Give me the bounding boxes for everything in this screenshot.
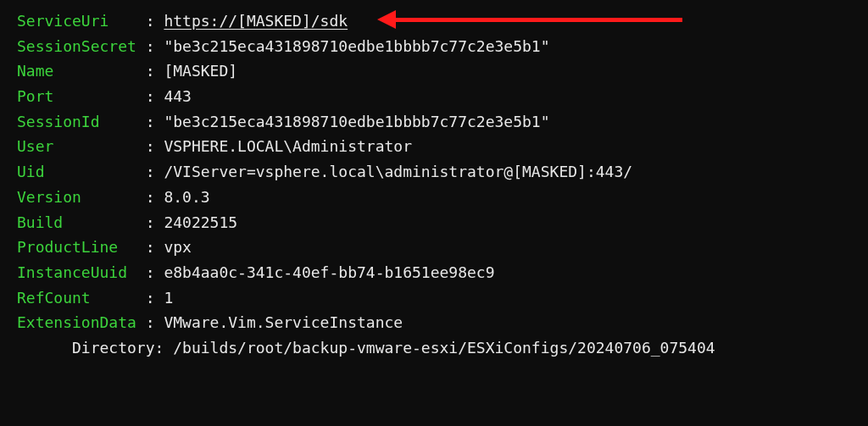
property-key: InstanceUuid: [17, 260, 146, 285]
property-separator: :: [146, 310, 164, 335]
property-value: vpx: [164, 235, 192, 260]
property-value: VSPHERE.LOCAL\Administrator: [164, 134, 412, 159]
property-separator: :: [146, 84, 164, 109]
property-row: User : VSPHERE.LOCAL\Administrator: [17, 134, 851, 159]
property-separator: :: [146, 260, 164, 285]
property-value: 8.0.3: [164, 185, 209, 210]
property-row: Port : 443: [17, 84, 851, 109]
property-separator: :: [146, 58, 164, 84]
directory-line: Directory: /builds/root/backup-vmware-es…: [17, 335, 851, 361]
property-row: Build : 24022515: [17, 210, 851, 235]
directory-label: Directory:: [72, 339, 164, 357]
property-row: ServiceUri : https://[MASKED]/sdk: [17, 8, 851, 34]
property-row: Version : 8.0.3: [17, 185, 851, 210]
property-row: RefCount : 1: [17, 285, 851, 311]
property-key: Uid: [17, 159, 146, 185]
property-key: ProductLine: [17, 235, 146, 260]
property-key: SessionSecret: [17, 34, 146, 59]
property-key: RefCount: [17, 285, 146, 311]
property-key: ServiceUri: [17, 8, 146, 34]
property-value: /VIServer=vsphere.local\administrator@[M…: [164, 159, 632, 185]
property-key: Build: [17, 210, 146, 235]
property-separator: :: [146, 134, 164, 159]
property-row: InstanceUuid : e8b4aa0c-341c-40ef-bb74-b…: [17, 260, 851, 285]
property-value: 1: [164, 285, 173, 311]
property-key: Version: [17, 185, 146, 210]
property-value: "be3c215eca431898710edbe1bbbb7c77c2e3e5b…: [164, 34, 549, 59]
property-separator: :: [146, 285, 164, 311]
property-value: 443: [164, 84, 192, 109]
property-row: ExtensionData : VMware.Vim.ServiceInstan…: [17, 310, 851, 335]
property-key: User: [17, 134, 146, 159]
property-row: SessionSecret : "be3c215eca431898710edbe…: [17, 34, 851, 59]
property-separator: :: [146, 8, 164, 34]
property-row: ProductLine : vpx: [17, 235, 851, 260]
property-separator: :: [146, 109, 164, 135]
terminal-output: ServiceUri : https://[MASKED]/sdkSession…: [17, 8, 851, 361]
property-key: ExtensionData: [17, 310, 146, 335]
directory-path: /builds/root/backup-vmware-esxi/ESXiConf…: [164, 339, 715, 357]
property-row: Name : [MASKED]: [17, 58, 851, 84]
property-key: SessionId: [17, 109, 146, 135]
property-separator: :: [146, 210, 164, 235]
property-separator: :: [146, 185, 164, 210]
property-separator: :: [146, 235, 164, 260]
property-value: "be3c215eca431898710edbe1bbbb7c77c2e3e5b…: [164, 109, 549, 135]
property-value: 24022515: [164, 210, 237, 235]
property-value: https://[MASKED]/sdk: [164, 8, 348, 34]
property-value: [MASKED]: [164, 58, 237, 84]
property-row: Uid : /VIServer=vsphere.local\administra…: [17, 159, 851, 185]
property-value: VMware.Vim.ServiceInstance: [164, 310, 403, 335]
property-separator: :: [146, 159, 164, 185]
property-separator: :: [146, 34, 164, 59]
property-key: Port: [17, 84, 146, 109]
property-row: SessionId : "be3c215eca431898710edbe1bbb…: [17, 109, 851, 135]
property-key: Name: [17, 58, 146, 84]
property-value: e8b4aa0c-341c-40ef-bb74-b1651ee98ec9: [164, 260, 494, 285]
